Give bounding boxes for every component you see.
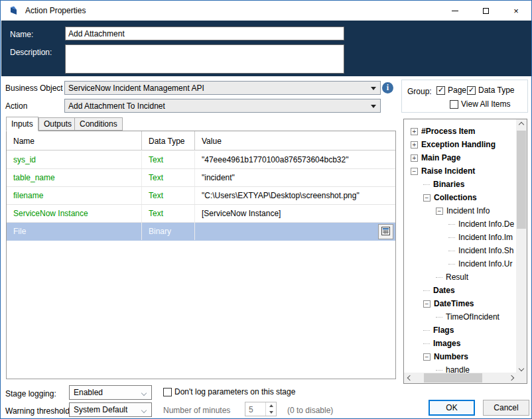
stepper-up-icon — [269, 404, 273, 407]
stage-logging-value: Enabled — [74, 388, 103, 397]
table-row[interactable]: filenameText"C:\Users\EXTYAP\Desktop\scr… — [7, 187, 395, 205]
checkbox-data-type[interactable]: Data Type — [467, 86, 514, 95]
tree-item[interactable]: +Main Page — [404, 151, 516, 164]
tree-item[interactable]: +#Process Item — [404, 125, 516, 138]
tree-item[interactable]: TimeOfIncident — [404, 310, 516, 324]
business-object-value: ServiceNow Incident Management API — [68, 84, 204, 93]
vertical-scroll-thumb[interactable] — [517, 131, 526, 229]
maximize-icon — [483, 8, 489, 14]
tree-item[interactable]: +Exception Handling — [404, 138, 516, 151]
tree-item[interactable]: Incident Info.Im — [404, 231, 516, 244]
collapse-icon[interactable]: − — [423, 353, 431, 361]
tree-item[interactable]: Flags — [404, 324, 516, 337]
tab-inputs[interactable]: Inputs — [6, 117, 38, 131]
tree-item[interactable]: −Incident Info — [404, 204, 516, 217]
tree-item-label: Result — [446, 272, 468, 282]
tree-item[interactable]: −Raise Incident — [404, 164, 516, 178]
scrollbar-corner — [516, 373, 527, 383]
tree-item-label: Incident Info.Im — [458, 233, 513, 242]
tree-item[interactable]: Dates — [404, 284, 516, 297]
collapse-icon[interactable]: − — [436, 208, 443, 215]
table-row[interactable]: ServiceNow InstanceText[ServiceNow Insta… — [7, 205, 395, 223]
collapse-icon[interactable]: − — [423, 300, 431, 308]
expand-icon[interactable]: + — [411, 141, 418, 149]
tree-item[interactable]: Incident Info.Sh — [404, 244, 516, 257]
number-of-minutes-value: 5 — [249, 405, 253, 414]
stepper-buttons[interactable] — [265, 402, 276, 416]
name-input[interactable] — [65, 27, 344, 40]
header-panel: Name: Description: — [1, 21, 532, 76]
dont-log-checkbox[interactable]: Don't log parameters on this stage — [163, 387, 295, 396]
collapse-icon[interactable]: − — [423, 194, 431, 202]
param-value: [ServiceNow Instance] — [195, 205, 395, 222]
tree-items: +#Process Item+Exception Handling+Main P… — [404, 119, 516, 373]
group-label: Group: — [407, 87, 432, 96]
checkbox-view-all-items[interactable]: View All Items — [450, 99, 510, 109]
tree-item[interactable]: −Numbers — [404, 350, 516, 363]
close-button[interactable]: × — [501, 1, 531, 21]
column-header-data-type: Data Type — [142, 131, 195, 150]
stepper-down-icon — [269, 411, 273, 414]
tree-item-label: DateTimes — [434, 299, 474, 308]
tree-connector — [436, 370, 442, 371]
expand-icon[interactable]: + — [411, 128, 418, 135]
tree-connector — [436, 277, 442, 278]
dropdown-arrow-icon — [371, 105, 376, 108]
horizontal-scroll-thumb[interactable] — [424, 373, 482, 383]
table-row[interactable]: table_nameText"incident" — [7, 169, 395, 187]
tree-item[interactable]: Incident Info.Ur — [404, 257, 516, 270]
action-label: Action — [5, 101, 27, 111]
warning-threshold-select[interactable]: System Default — [69, 402, 152, 417]
value-picker-button[interactable] — [378, 224, 393, 239]
column-header-value: Value — [195, 131, 395, 150]
tab-outputs[interactable]: Outputs — [38, 117, 77, 131]
tree-item-label: Incident Info — [446, 206, 490, 215]
tree-item[interactable]: Images — [404, 337, 516, 350]
tree-item-label: Numbers — [434, 352, 468, 361]
tree-item[interactable]: Binaries — [404, 178, 516, 191]
tree-item[interactable]: −Collections — [404, 191, 516, 204]
blue-prism-app-icon — [9, 5, 19, 16]
tree-item[interactable]: −DateTimes — [404, 297, 516, 310]
tree-item[interactable]: Result — [404, 270, 516, 284]
param-name: File — [7, 223, 142, 240]
table-row[interactable]: sys_idText"47eee4961b1770100a876573604bc… — [7, 151, 395, 169]
param-name: table_name — [7, 169, 142, 186]
cancel-button[interactable]: Cancel — [483, 400, 529, 416]
maximize-button[interactable] — [470, 1, 501, 21]
ok-button[interactable]: OK — [429, 400, 475, 416]
tree-item-label: Flags — [433, 326, 454, 335]
name-label: Name: — [10, 30, 33, 39]
info-icon[interactable]: i — [382, 82, 393, 93]
tree-vertical-scrollbar[interactable] — [516, 119, 527, 374]
scroll-down-icon — [519, 366, 524, 371]
param-type: Text — [142, 169, 195, 186]
checkbox-page-label: Page — [448, 86, 466, 95]
tree-item-label: TimeOfIncident — [446, 312, 499, 322]
business-object-select[interactable]: ServiceNow Incident Management API — [64, 81, 381, 95]
stage-logging-select[interactable]: Enabled — [69, 385, 152, 400]
tree-connector — [423, 290, 430, 291]
tree-item-label: Collections — [434, 193, 477, 202]
tree-item-label: handle — [446, 365, 470, 373]
table-row[interactable]: FileBinary — [7, 223, 395, 241]
action-select[interactable]: Add Attachment To Incidnet — [64, 99, 381, 113]
tree-horizontal-scrollbar[interactable] — [404, 373, 517, 383]
param-value: "C:\Users\EXTYAP\Desktop\screenshot.png" — [195, 187, 395, 204]
scroll-left-icon — [407, 375, 413, 381]
minimize-button[interactable] — [440, 1, 470, 21]
tree-item-label: Exception Handling — [421, 140, 496, 149]
checkbox-icon — [436, 86, 445, 95]
tree-item-label: Binaries — [433, 180, 464, 189]
tab-conditions[interactable]: Conditions — [74, 117, 123, 131]
data-item-tree: +#Process Item+Exception Handling+Main P… — [403, 119, 527, 384]
collapse-icon[interactable]: − — [411, 168, 418, 175]
checkbox-page[interactable]: Page — [436, 86, 466, 95]
tree-item[interactable]: handle — [404, 363, 516, 373]
tree-item-label: Incident Info.Ur — [458, 259, 512, 269]
tree-item[interactable]: Incident Info.De — [404, 217, 516, 231]
description-input[interactable] — [65, 44, 344, 74]
tree-item-label: Incident Info.Sh — [458, 246, 513, 255]
expand-icon[interactable]: + — [411, 154, 418, 162]
number-of-minutes-stepper[interactable]: 5 — [245, 402, 277, 416]
